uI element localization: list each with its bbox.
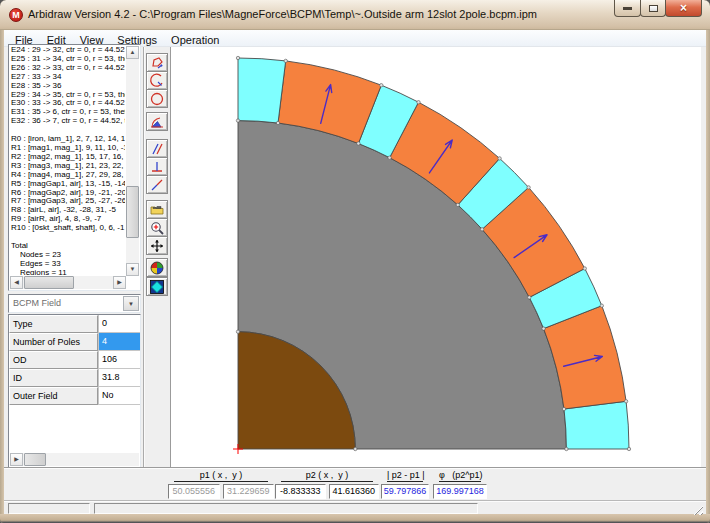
distance-group: | p2 - p1 | 59.797866 [381, 470, 429, 499]
parallel-lines-icon [149, 141, 165, 157]
scroll-down-icon[interactable]: ▼ [126, 263, 139, 276]
region-fill-tool-button[interactable] [146, 277, 168, 296]
close-button[interactable]: × [665, 0, 702, 17]
property-row: Outer Field No [9, 387, 140, 405]
status-panel [8, 503, 90, 514]
color-wheel-icon [149, 260, 165, 276]
status-bar [4, 500, 706, 514]
scroll-thumb[interactable] [24, 276, 74, 289]
maximize-button[interactable] [640, 0, 666, 17]
resize-grip[interactable] [691, 503, 703, 515]
property-label-cell[interactable]: ID [9, 369, 98, 387]
angle-tool-button[interactable] [146, 112, 168, 131]
entity-listbox[interactable]: E24 : 29 -> 32, ctr = 0, r = 44.52, thE2… [8, 44, 141, 291]
circle-tool-button[interactable] [146, 89, 168, 108]
property-horizontal-scrollbar[interactable]: ◀ ▶ [10, 453, 139, 466]
window-frame-bottom [0, 514, 710, 523]
property-row: OD 106 [9, 351, 140, 369]
zoom-tool-button[interactable] [146, 218, 168, 237]
entity-list-line[interactable]: R10 : [0skt_shaft, shaft], 0, 6, -1 [11, 224, 125, 233]
diagonal-line-icon [149, 177, 165, 193]
property-label-cell[interactable]: Outer Field [9, 387, 98, 405]
p1-label: p1 ( x , y ) [174, 470, 268, 482]
perpendicular-tool-button[interactable] [146, 157, 168, 176]
field-type-value: BCPM Field [13, 298, 61, 308]
minimize-icon [623, 7, 632, 10]
app-window: M Arbidraw Version 4.2 - C:\Program File… [0, 0, 710, 523]
entity-list-horizontal-scrollbar[interactable]: ◀ ▶ [10, 276, 126, 289]
polygon-tool-button[interactable] [146, 53, 168, 72]
scroll-up-icon[interactable]: ▲ [126, 46, 139, 59]
entity-list-line[interactable]: Regions = 11 [11, 269, 125, 275]
property-panel: Type 0 Number of Poles 4 OD 106 ID [8, 314, 141, 468]
regions [238, 58, 629, 449]
client-area: FileEditViewSettingsOperation E24 : 29 -… [4, 30, 706, 514]
chevron-down-icon[interactable]: ▼ [123, 296, 139, 311]
app-logo-icon: M [9, 8, 23, 22]
arc-icon [149, 73, 165, 89]
p2-x-field[interactable]: -8.833333 [275, 484, 326, 499]
move-arrows-icon [149, 238, 165, 254]
angle-icon [149, 114, 165, 130]
maximize-icon [649, 5, 658, 12]
property-label-cell[interactable]: Number of Poles [9, 333, 98, 351]
property-row: ID 31.8 [9, 369, 140, 387]
polygon-icon [149, 55, 165, 71]
property-row: Type 0 [9, 315, 140, 333]
cyan-diamond-icon [149, 279, 165, 295]
menu-item[interactable]: Operation [164, 32, 226, 46]
open-folder-icon [149, 202, 165, 218]
p1-y-field: 31.229659 [223, 484, 275, 499]
scroll-left-icon[interactable]: ◀ [10, 276, 23, 289]
parallel-tool-button[interactable] [146, 139, 168, 158]
property-value-cell[interactable]: No [98, 387, 140, 405]
minimize-button[interactable] [614, 0, 641, 17]
pan-tool-button[interactable] [146, 236, 168, 255]
status-panel [94, 503, 478, 514]
property-row: Number of Poles 4 [9, 333, 140, 351]
scroll-thumb[interactable] [24, 453, 46, 466]
perpendicular-icon [149, 159, 165, 175]
title-bar[interactable]: M Arbidraw Version 4.2 - C:\Program File… [0, 0, 710, 30]
p1-group: p1 ( x , y ) 50.055556 31.229659 [168, 470, 274, 499]
arc-tool-button[interactable] [146, 71, 168, 90]
entity-list-vertical-scrollbar[interactable]: ▲ ▼ [126, 46, 139, 276]
scroll-right-icon[interactable]: ▶ [10, 453, 23, 466]
panel-separator [143, 47, 145, 484]
coordinate-panel: p1 ( x , y ) 50.055556 31.229659 p2 ( x … [4, 467, 706, 500]
property-value-cell[interactable]: 106 [98, 351, 140, 369]
distance-field: 59.797866 [381, 484, 429, 499]
p2-y-field[interactable]: 41.616360 [329, 484, 380, 499]
phi-group: φ (p2^p1) 169.997168 [433, 470, 487, 499]
region-airL[interactable] [238, 58, 286, 123]
property-value-cell[interactable]: 31.8 [98, 369, 140, 387]
field-type-combobox[interactable]: BCPM Field ▼ [8, 294, 141, 313]
property-value-cell[interactable]: 4 [98, 333, 140, 351]
entity-list-line[interactable]: E32 : 36 -> 7, ctr = 0, r = 44.52, the [11, 117, 125, 126]
property-value-cell[interactable]: 0 [98, 315, 140, 333]
phi-label: φ (p2^p1) [439, 470, 481, 482]
window-frame-right [706, 30, 710, 514]
open-tool-button[interactable] [146, 200, 168, 219]
entity-list-line[interactable] [11, 233, 125, 242]
region-airR[interactable] [564, 401, 629, 449]
scroll-thumb[interactable] [126, 186, 139, 238]
entity-list-lines: E24 : 29 -> 32, ctr = 0, r = 44.52, thE2… [11, 46, 125, 275]
property-label-cell[interactable]: OD [9, 351, 98, 369]
drawing-canvas[interactable] [170, 47, 701, 467]
circle-icon [149, 91, 165, 107]
window-controls: × [614, 0, 702, 17]
window-title: Arbidraw Version 4.2 - C:\Program Files\… [28, 8, 537, 20]
close-icon: × [680, 2, 687, 14]
distance-label: | p2 - p1 | [387, 470, 423, 482]
property-label-cell[interactable]: Type [9, 315, 98, 333]
property-table: Type 0 Number of Poles 4 OD 106 ID [9, 315, 140, 405]
line-tool-button[interactable] [146, 175, 168, 194]
phi-field: 169.997168 [433, 484, 487, 499]
motor-cross-section [171, 47, 702, 467]
scroll-right-icon[interactable]: ▶ [113, 276, 126, 289]
zoom-in-icon [149, 220, 165, 236]
p2-label: p2 ( x , y ) [281, 470, 373, 482]
p1-x-field: 50.055556 [168, 484, 220, 499]
color-wheel-tool-button[interactable] [146, 258, 168, 277]
